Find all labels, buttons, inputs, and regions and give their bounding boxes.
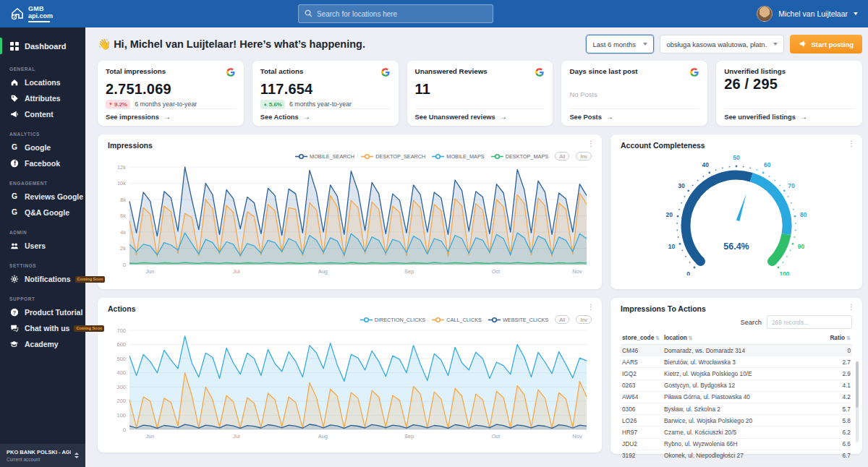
table-row[interactable]: HR97Czarne, ul. Kościuszki 20/56.2 (621, 427, 852, 438)
sidebar-item-dashboard[interactable]: Dashboard (0, 35, 85, 57)
legend-item-website_clicks[interactable]: WEBSITE_CLICKS (488, 317, 548, 323)
wave-emoji: 👋 (98, 38, 111, 50)
svg-text:Aug: Aug (318, 433, 328, 440)
header-controls: Last 6 months obsługa kasowa walutowa, p… (586, 35, 862, 53)
legend-button-inv[interactable]: Inv (576, 315, 592, 324)
sidebar-item-label: Reviews Google (25, 192, 83, 201)
ratio-cell: 5.8 (825, 415, 852, 427)
more-options-icon[interactable]: ⋮ (587, 140, 595, 147)
stat-title: Days since last post (569, 67, 637, 75)
stat-cards-row: Total impressions2.751.069▼9.2%6 months … (98, 61, 862, 126)
legend-marker-icon (361, 153, 373, 160)
table-row[interactable]: JDU2Rybno, ul. Wyzwolenia 66H6.6 (621, 438, 852, 450)
sidebar-item-label: Content (25, 110, 54, 119)
section-label: ANALYTICS (0, 132, 85, 137)
svg-text:70: 70 (788, 182, 795, 189)
users-icon (9, 241, 19, 251)
legend-button-inv[interactable]: Inv (576, 152, 592, 160)
legend-item-desktop_maps[interactable]: DESKTOP_MAPS (491, 153, 548, 160)
top-navbar: GMB api.com Michel van Luijtelaar (0, 0, 868, 27)
start-posting-button[interactable]: Start posting (790, 35, 862, 53)
user-menu[interactable]: Michel van Luijtelaar (757, 0, 858, 27)
actions-legend: DIRECTION_CLICKSCALL_CLICKSWEBSITE_CLICK… (108, 314, 592, 325)
sidebar-item-content[interactable]: Content (0, 106, 85, 122)
stat-card-link[interactable]: See unverified listings→ (724, 108, 854, 121)
period-select[interactable]: Last 6 months (586, 35, 654, 53)
down-arrow-icon: ▼ (109, 102, 113, 106)
sidebar-section-settings: SETTINGSNotificationsComing Soon (0, 263, 85, 287)
account-selector[interactable]: PKO BANK POLSKI - AGE... Current account (0, 444, 85, 467)
table-row[interactable]: 0263Gostycyn, ul. Bydgoska 124.1 (621, 380, 852, 391)
stat-card-link[interactable]: See impressions→ (106, 108, 236, 121)
column-header-store-code[interactable]: store_code⇅ (621, 333, 663, 345)
table-search-input[interactable] (767, 315, 852, 329)
chevron-down-icon (854, 12, 858, 15)
sidebar-item-notifications[interactable]: NotificationsComing Soon (0, 271, 85, 287)
svg-text:4k: 4k (120, 229, 126, 236)
legend-marker-icon (432, 153, 444, 160)
impressions-chart-card: Impressions ⋮ MOBILE_SEARCHDESKTOP_SEARC… (98, 134, 602, 289)
table-scrollbar-thumb[interactable] (856, 361, 859, 408)
sidebar-item-google[interactable]: GGoogle (0, 140, 85, 155)
svg-text:Sep: Sep (404, 433, 414, 440)
table-row[interactable]: 3192Okonek, ul. Niepodległości 276.7 (621, 450, 852, 461)
location-select[interactable]: obsługa kasowa walutowa, płatn... (660, 35, 784, 53)
sidebar-item-attributes[interactable]: Attributes (0, 90, 85, 106)
search-input[interactable] (317, 10, 487, 18)
actions-chart-card: Actions ⋮ DIRECTION_CLICKSCALL_CLICKSWEB… (98, 298, 602, 453)
legend-item-mobile_maps[interactable]: MOBILE_MAPS (432, 153, 484, 160)
impressions-to-actions-card: Impressions To Actions ⋮ Search store_co… (610, 298, 862, 454)
stat-card-link[interactable]: See Unanswered reviews→ (415, 108, 545, 121)
table-row[interactable]: IGQ2Kietrz, ul. Wojska Polskiego 10/E2.9 (621, 368, 852, 380)
legend-marker-icon (488, 317, 501, 323)
sidebar-item-label: Academy (25, 340, 59, 348)
legend-button-all[interactable]: All (555, 315, 569, 324)
stat-value: 11 (415, 81, 545, 98)
sidebar-section-general: GENERALLocationsAttributesContent (0, 67, 85, 122)
legend-item-call_clicks[interactable]: CALL_CLICKS (432, 317, 482, 323)
google-logo-icon (689, 67, 699, 80)
sidebar-section-analytics: ANALYTICSGGooglefFacebook (0, 132, 85, 171)
google-icon: G (9, 143, 19, 153)
legend-button-all[interactable]: All (555, 152, 569, 160)
sidebar-item-label: Facebook (25, 159, 60, 168)
svg-text:Oct: Oct (491, 433, 501, 440)
table-row[interactable]: 0306Bysław, ul. Szkolna 25.7 (621, 403, 852, 414)
dashboard-grid-icon (9, 41, 19, 51)
more-options-icon[interactable]: ⋮ (587, 304, 595, 311)
legend-item-mobile_search[interactable]: MOBILE_SEARCH (295, 153, 354, 160)
svg-text:8k: 8k (120, 197, 126, 203)
legend-item-direction_clicks[interactable]: DIRECTION_CLICKS (360, 317, 426, 323)
sidebar-sections: GENERALLocationsAttributesContentANALYTI… (0, 57, 85, 352)
svg-text:400: 400 (116, 369, 126, 376)
more-options-icon[interactable]: ⋮ (848, 140, 855, 147)
sidebar-item-locations[interactable]: Locations (0, 74, 85, 90)
stat-card-link[interactable]: See Actions→ (260, 108, 391, 121)
app-logo[interactable]: GMB api.com (0, 6, 85, 22)
table-row[interactable]: AW64Piława Górna, ul. Piastowska 404.2 (621, 391, 852, 403)
more-options-icon[interactable]: ⋮ (848, 304, 855, 311)
sidebar-item-reviews-google[interactable]: GReviews Google (0, 189, 85, 205)
sidebar-item-users[interactable]: Users (0, 238, 85, 254)
stat-card-days-since-last-post: Days since last postNo PostsSee Posts→ (561, 61, 707, 126)
svg-text:Jul: Jul (233, 268, 240, 275)
column-header-location[interactable]: location⇅ (663, 333, 825, 345)
table-row[interactable]: CM46Domaradz, ws. Domaradz 3140 (621, 345, 852, 356)
stat-card-link[interactable]: See Posts→ (569, 108, 699, 121)
up-arrow-icon: ▲ (263, 102, 268, 106)
sidebar-item-q-a-google[interactable]: GQ&A Google (0, 205, 85, 220)
sidebar-item-facebook[interactable]: fFacebook (0, 155, 85, 171)
legend-item-desktop_search[interactable]: DESKTOP_SEARCH (361, 153, 425, 160)
chevron-updown-icon (75, 453, 79, 458)
column-header-ratio[interactable]: Ratio⇅ (825, 333, 852, 345)
sidebar-item-chat-with-us[interactable]: Chat with usComing Soon (0, 320, 85, 336)
sidebar-item-label: Q&A Google (25, 208, 69, 217)
sidebar-item-academy[interactable]: Academy (0, 336, 85, 352)
svg-text:Jun: Jun (145, 268, 154, 275)
table-row[interactable]: AAR5Bierutów, ul. Wrocławska 32.7 (621, 356, 852, 368)
coming-soon-badge: Coming Soon (75, 276, 106, 283)
table-row[interactable]: LO26Barwice, ul. Wojska Polskiego 205.8 (621, 415, 852, 427)
global-search[interactable] (298, 4, 493, 23)
google-logo-icon (226, 67, 236, 80)
sidebar-item-product-tutorial[interactable]: ?Product Tutorial (0, 304, 85, 320)
